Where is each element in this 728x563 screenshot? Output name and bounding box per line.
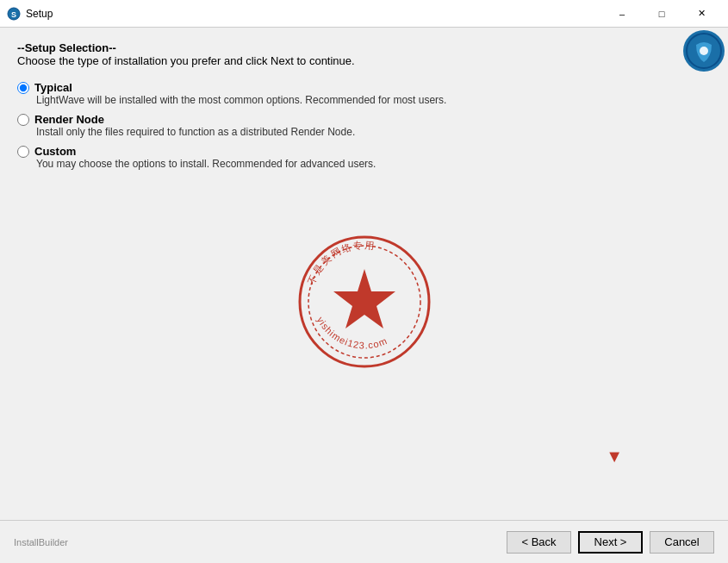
option-render-node: Render Node Install only the files requi…: [17, 113, 711, 138]
window-controls: – □ ✕: [602, 0, 721, 28]
option-custom-label[interactable]: Custom: [17, 145, 711, 158]
option-typical-desc: LightWave will be installed with the mos…: [36, 94, 711, 106]
window-title: Setup: [26, 8, 602, 20]
option-render-node-label[interactable]: Render Node: [17, 113, 711, 126]
header-title: --Setup Selection--: [17, 41, 711, 54]
main-content: --Setup Selection-- Choose the type of i…: [0, 28, 728, 520]
option-custom: Custom You may choose the options to ins…: [17, 145, 711, 170]
logo-area: [681, 28, 728, 75]
option-typical: Typical LightWave will be installed with…: [17, 81, 711, 106]
watermark-stamp: 不是美网络专用 yishimei123.com: [296, 233, 433, 371]
app-icon: S: [7, 7, 21, 21]
back-button[interactable]: < Back: [507, 531, 571, 554]
close-button[interactable]: ✕: [681, 0, 721, 28]
svg-marker-7: [333, 269, 395, 328]
bottom-buttons: < Back Next > Cancel: [507, 531, 714, 554]
option-typical-label[interactable]: Typical: [17, 81, 711, 94]
arrow-indicator: ▼: [606, 447, 623, 466]
next-button[interactable]: Next >: [578, 531, 643, 554]
option-custom-text: Custom: [34, 145, 76, 158]
header-subtitle: Choose the type of installation you pref…: [17, 54, 355, 67]
option-typical-text: Typical: [34, 81, 72, 94]
title-bar: S Setup – □ ✕: [0, 0, 728, 28]
maximize-button[interactable]: □: [642, 0, 681, 28]
stamp-svg: 不是美网络专用 yishimei123.com: [296, 233, 433, 371]
radio-custom[interactable]: [17, 146, 29, 158]
installbuilder-label: InstallBuilder: [14, 537, 507, 547]
option-custom-desc: You may choose the options to install. R…: [36, 158, 711, 170]
svg-point-4: [700, 47, 708, 55]
svg-text:S: S: [11, 10, 16, 19]
minimize-button[interactable]: –: [602, 0, 642, 28]
radio-render-node[interactable]: [17, 114, 29, 126]
radio-typical[interactable]: [17, 82, 29, 94]
header-section: --Setup Selection-- Choose the type of i…: [17, 41, 711, 67]
option-render-node-desc: Install only the files required to funct…: [36, 126, 711, 138]
option-render-node-text: Render Node: [34, 113, 104, 126]
bottom-bar: InstallBuilder < Back Next > Cancel: [0, 520, 728, 563]
cancel-button[interactable]: Cancel: [650, 531, 714, 554]
options-section: Typical LightWave will be installed with…: [17, 81, 711, 170]
